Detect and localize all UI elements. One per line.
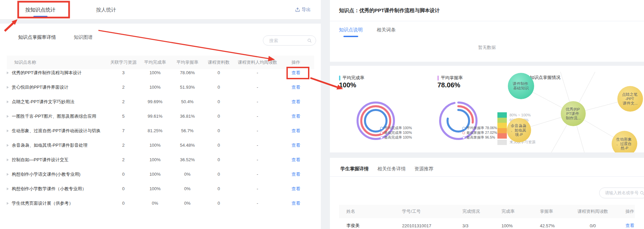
legend-marker-icon (462, 136, 465, 139)
table-row[interactable]: 构想创作小学数学课件（小教专业用） 0 100% 0% 0 - 查看 (7, 181, 314, 196)
col-avg-mastery: 平均掌握率 (171, 59, 204, 65)
col-avg-reads: 课程资料人均阅读数 (234, 59, 281, 65)
row-materials: 0 (204, 128, 234, 133)
export-label: 导出 (302, 7, 311, 13)
table-row[interactable]: 构想创作小学语文课件(小教专业用) 0 100% 0% 0 - 查看 (7, 167, 314, 181)
table-row[interactable]: 控制自如—PPT课件设计交互 2 100% 36.52% 0 - 查看 (7, 152, 314, 167)
expand-caret-icon[interactable] (7, 130, 9, 132)
student-search-box[interactable] (599, 188, 644, 198)
col-materials: 课程资料数 (204, 59, 234, 65)
view-link[interactable]: 查看 (281, 171, 311, 177)
expand-caret-icon[interactable] (7, 101, 9, 103)
expand-caret-icon[interactable] (7, 144, 9, 147)
student-mastery: 42.57% (529, 223, 569, 228)
row-avg-completion: 100% (139, 186, 171, 191)
subtab-knowledge-map[interactable]: 知识图谱 (74, 34, 93, 40)
graph-node-center[interactable]: 优秀的P PT课件 制作流... (561, 101, 586, 126)
legend-item: 最低完成率 100% (380, 131, 412, 135)
student-search-input[interactable] (604, 190, 640, 196)
export-icon (295, 7, 300, 12)
view-link[interactable]: 查看 (281, 99, 311, 105)
knowledge-table-body: 优秀的PPT课件制作流程与脚本设计 3 100% 78.06% 0 - 查看 赏… (7, 65, 314, 210)
row-resources: 7 (108, 128, 139, 133)
tab-resource-recommend[interactable]: 资源推荐 (415, 166, 433, 172)
search-icon (307, 38, 312, 43)
graph-node-left[interactable]: 余音袅袅 、如临其 境-P (507, 118, 531, 142)
row-avg-mastery: 0% (171, 186, 204, 191)
expand-caret-icon[interactable] (7, 188, 9, 190)
view-link[interactable]: 查看 (281, 70, 311, 76)
row-resources: 3 (108, 70, 139, 75)
tab-by-knowledge-point[interactable]: 按知识点统计 (25, 0, 56, 19)
avg-mastery-label: 平均掌握率 (441, 75, 463, 81)
expand-caret-icon[interactable] (7, 202, 9, 205)
table-row[interactable]: 赏心悦目的PPT课件界面设计 2 100% 51.93% 0 - 查看 (7, 80, 314, 94)
legend-item: 最低掌握率 27.02% (462, 131, 497, 135)
view-link[interactable]: 查看 (281, 142, 311, 148)
expand-caret-icon[interactable] (7, 159, 9, 161)
row-resources: 2 (108, 85, 139, 90)
view-link[interactable]: 查看 (281, 186, 311, 192)
row-resources: 2 (108, 143, 139, 148)
detail-title: 知识点：优秀的PPT课件制作流程与脚本设计 (339, 0, 440, 21)
expand-caret-icon[interactable] (7, 115, 9, 118)
graph-node-right[interactable]: 点睛之笔 -PPT 课件文... (617, 86, 643, 112)
mastery-chart-legend: 平均掌握率 78.06% 最低掌握率 27.02% 最高掌握率 96.5% (462, 126, 497, 140)
knowledge-search-input[interactable] (269, 38, 307, 44)
table-row[interactable]: 余音袅袅、如临其境-PPT课件影音处理 2 100% 54.48% 0 - 查看 (7, 138, 314, 152)
view-link[interactable]: 查看 (281, 84, 311, 90)
row-avg-reads: - (234, 157, 281, 162)
avg-completion-value: 100% (339, 81, 356, 89)
row-avg-reads: - (234, 85, 281, 90)
tab-by-knowledge-point-label: 按知识点统计 (25, 7, 56, 12)
subtab-mastery-detail[interactable]: 知识点掌握率详情 (18, 34, 56, 40)
table-row[interactable]: 点睛之笔-PPT课件文字巧妙用法 2 99.69% 50.4% 0 - 查看 (7, 94, 314, 109)
table-row[interactable]: 优秀的PPT课件制作流程与脚本设计 3 100% 78.06% 0 - 查看 (7, 65, 314, 80)
export-button[interactable]: 导出 (295, 0, 311, 19)
table-row[interactable]: 学生优秀页面设计展（供参考） 0 0% 0% 0 - 查看 (7, 196, 314, 210)
table-row[interactable]: 生动形象、过渡自然-PPT课件动画设计与切换 7 81.25% 56.7% 0 … (7, 123, 314, 138)
row-avg-reads: - (234, 128, 281, 133)
student-name: 李俊美 (339, 223, 390, 229)
student-completion: 100% (491, 223, 529, 228)
col-completion: 完成率 (491, 208, 529, 214)
row-name: 优秀的PPT课件制作流程与脚本设计 (12, 70, 82, 76)
tab-related-terms[interactable]: 相关词条 (377, 27, 396, 33)
app-root: 按知识点统计 按人统计 导出 知识点掌握率详情 知识图谱 (0, 0, 644, 229)
view-link[interactable]: 查看 (616, 223, 635, 229)
graph-node-bottom-right[interactable]: 生动形象 、过渡自 然-P (612, 131, 637, 152)
row-avg-reads: - (234, 143, 281, 148)
svg-text:课件制作 基础知识: 课件制作 基础知识 (512, 82, 529, 90)
tab-by-person-label: 按人统计 (96, 7, 116, 12)
col-reads: 课程资料阅读数 (569, 208, 616, 214)
knowledge-search-box[interactable] (263, 35, 316, 46)
col-actions: 操作 (281, 59, 311, 65)
col-actions: 操作 (616, 208, 635, 214)
row-avg-completion: 100% (139, 143, 171, 148)
tab-student-mastery[interactable]: 学生掌握详情 (340, 166, 369, 172)
table-row[interactable]: 一图胜千言-PPT图片、图形及图表综合应用 5 99.61% 36.81% 0 … (7, 109, 314, 123)
view-link[interactable]: 查看 (281, 128, 311, 134)
view-link[interactable]: 查看 (281, 200, 311, 206)
row-name: 构想创作小学语文课件(小教专业用) (12, 171, 81, 177)
row-name: 控制自如—PPT课件设计交互 (12, 157, 68, 163)
student-table-row[interactable]: 李俊美 220101310017 3/3 100% 42.57% 0/0 查看 (339, 218, 635, 229)
col-progress: 完成情况 (452, 208, 491, 214)
tab-related-tasks[interactable]: 相关任务详情 (377, 166, 406, 172)
expand-caret-icon[interactable] (7, 173, 9, 176)
view-link[interactable]: 查看 (281, 157, 311, 163)
view-link[interactable]: 查看 (281, 113, 311, 119)
graph-node-top-left[interactable]: 课件制作 基础知识 (508, 73, 534, 99)
active-tab-underline (33, 16, 48, 17)
row-name: 一图胜千言-PPT图片、图形及图表综合应用 (12, 113, 96, 119)
expand-caret-icon[interactable] (7, 86, 9, 89)
expand-caret-icon[interactable] (7, 71, 9, 74)
avg-mastery-stat: 平均掌握率 (437, 75, 463, 81)
tab-by-person[interactable]: 按人统计 (96, 0, 116, 19)
row-avg-completion: 100% (139, 172, 171, 177)
legend-marker-icon (462, 132, 465, 134)
col-mastery: 掌握率 (529, 208, 569, 214)
row-resources: 0 (108, 186, 139, 191)
row-avg-completion: 0% (139, 201, 171, 206)
tab-knowledge-description[interactable]: 知识点说明 (339, 27, 363, 33)
